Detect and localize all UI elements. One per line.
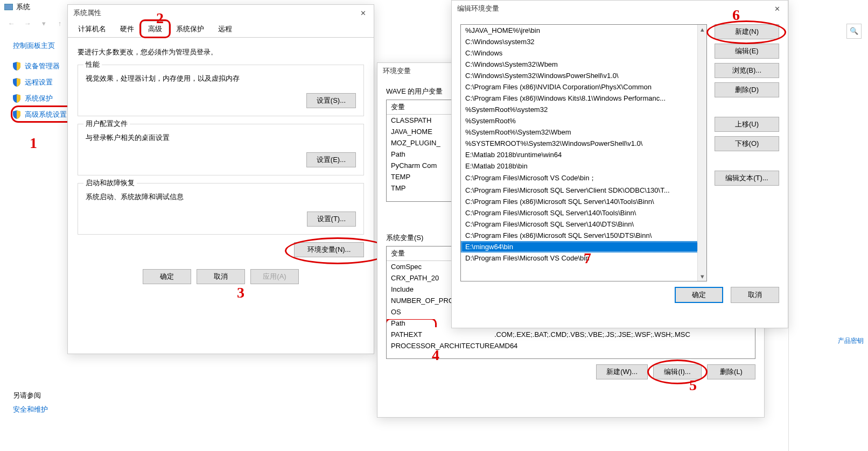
scrollbar[interactable]: ▴ ▾	[697, 25, 706, 281]
group-2: 启动和故障恢复系统启动、系统故障和调试信息设置(T)...	[78, 183, 364, 235]
dialog-title: 编辑环境变量	[457, 4, 499, 13]
tab-strip: 计算机名硬件高级系统保护远程	[68, 21, 374, 38]
list-item[interactable]: C:\Program Files (x86)\Microsoft SQL Ser…	[461, 230, 706, 241]
list-item[interactable]: C:\Windows\System32\WindowsPowerShell\v1…	[461, 70, 706, 81]
group-1: 用户配置文件与登录帐户相关的桌面设置设置(E)...	[78, 124, 364, 175]
list-item[interactable]: E:\mingw64\bin	[461, 241, 706, 252]
list-item[interactable]: D:\Program Files\Microsoft VS Code\bin	[461, 252, 706, 264]
new-entry-button[interactable]: 新建(N)	[715, 24, 779, 39]
system-properties-dialog: 系统属性 ✕ 计算机名硬件高级系统保护远程 要进行大多数更改，您必须作为管理员登…	[67, 4, 374, 354]
admin-hint: 要进行大多数更改，您必须作为管理员登录。	[78, 47, 364, 57]
list-item[interactable]: C:\Program Files (x86)\NVIDIA Corporatio…	[461, 81, 706, 93]
tab-2[interactable]: 高级	[141, 21, 169, 38]
edit-entry-button[interactable]: 编辑(E)	[715, 44, 779, 59]
list-item[interactable]: %JAVA_HOME%\jre\bin	[461, 25, 706, 36]
list-item[interactable]: C:\Program Files\Microsoft VS Code\bin；	[461, 172, 706, 185]
see-also-label: 另请参阅	[13, 391, 48, 400]
list-item[interactable]: %SystemRoot%\system32	[461, 104, 706, 115]
scroll-down-icon[interactable]: ▾	[698, 272, 706, 281]
move-up-button[interactable]: 上移(U)	[715, 117, 779, 132]
group-0: 性能视觉效果，处理器计划，内存使用，以及虚拟内存设置(S)...	[78, 65, 364, 116]
list-item[interactable]: C:\Windows\system32	[461, 36, 706, 47]
list-item[interactable]: C:\Windows	[461, 47, 706, 59]
cancel-button[interactable]: 取消	[731, 287, 779, 303]
monitor-icon	[4, 4, 13, 10]
edit-text-button[interactable]: 编辑文本(T)...	[715, 171, 779, 186]
tab-3[interactable]: 系统保护	[169, 21, 211, 37]
table-row[interactable]: PROCESSOR_ARCHITECTUREAMD64	[387, 340, 755, 351]
close-icon[interactable]: ✕	[772, 5, 782, 13]
edit-sysvar-button[interactable]: 编辑(I)...	[653, 364, 702, 379]
list-item[interactable]: E:\Matlab 2018b\bin	[461, 160, 706, 172]
cancel-button[interactable]: 取消	[197, 269, 245, 284]
list-item[interactable]: C:\Windows\System32\Wbem	[461, 59, 706, 70]
apply-button[interactable]: 应用(A)	[250, 269, 299, 284]
list-item[interactable]: %SystemRoot%	[461, 115, 706, 126]
up-icon[interactable]: ↑	[55, 18, 65, 28]
window-title: 系统	[16, 2, 30, 12]
list-item[interactable]: C:\Program Files\Microsoft SQL Server\14…	[461, 219, 706, 230]
settings-button-2[interactable]: 设置(T)...	[307, 212, 356, 227]
settings-button-1[interactable]: 设置(E)...	[306, 152, 356, 167]
settings-button-0[interactable]: 设置(S)...	[306, 93, 356, 108]
browse-button[interactable]: 浏览(B)...	[715, 63, 779, 78]
dialog-title: 系统属性	[73, 8, 101, 18]
table-row[interactable]: PATHEXT.COM;.EXE;.BAT;.CMD;.VBS;.VBE;.JS…	[387, 329, 755, 340]
search-icon[interactable]: 🔍	[846, 24, 862, 39]
delete-sysvar-button[interactable]: 删除(L)	[707, 364, 755, 379]
move-down-button[interactable]: 下移(O)	[715, 136, 779, 151]
tab-1[interactable]: 硬件	[113, 21, 141, 37]
list-item[interactable]: %SYSTEMROOT%\System32\WindowsPowerShell\…	[461, 138, 706, 149]
ok-button[interactable]: 确定	[675, 287, 723, 303]
tab-4[interactable]: 远程	[211, 21, 239, 37]
path-entries-list[interactable]: %JAVA_HOME%\jre\binC:\Windows\system32C:…	[460, 24, 707, 281]
environment-variables-button[interactable]: 环境变量(N)...	[294, 242, 364, 257]
recent-icon[interactable]: ▾	[39, 18, 48, 28]
right-sliver: 🔍 产品密钥	[788, 0, 868, 451]
ok-button[interactable]: 确定	[143, 269, 191, 284]
scroll-up-icon[interactable]: ▴	[698, 25, 706, 34]
list-item[interactable]: %SystemRoot%\System32\Wbem	[461, 126, 706, 138]
list-item[interactable]: C:\Program Files\Microsoft SQL Server\Cl…	[461, 185, 706, 196]
dialog-title: 环境变量	[383, 66, 411, 76]
list-item[interactable]: C:\Program Files (x86)\Microsoft SQL Ser…	[461, 196, 706, 207]
back-icon[interactable]: ←	[6, 18, 16, 28]
list-item[interactable]: C:\Program Files\Microsoft SQL Server\14…	[461, 207, 706, 219]
list-item[interactable]: E:\Matlab 2018b\runtime\win64	[461, 149, 706, 160]
product-key-link[interactable]: 产品密钥	[838, 336, 864, 346]
new-sysvar-button[interactable]: 新建(W)...	[596, 364, 648, 379]
delete-entry-button[interactable]: 删除(D)	[715, 82, 779, 97]
forward-icon[interactable]: →	[23, 18, 32, 28]
security-maintenance-link[interactable]: 安全和维护	[13, 405, 48, 414]
close-icon[interactable]: ✕	[358, 9, 368, 17]
edit-env-var-dialog: 编辑环境变量 ✕ %JAVA_HOME%\jre\binC:\Windows\s…	[451, 0, 788, 328]
tab-0[interactable]: 计算机名	[71, 21, 113, 37]
list-item[interactable]: C:\Program Files (x86)\Windows Kits\8.1\…	[461, 93, 706, 104]
